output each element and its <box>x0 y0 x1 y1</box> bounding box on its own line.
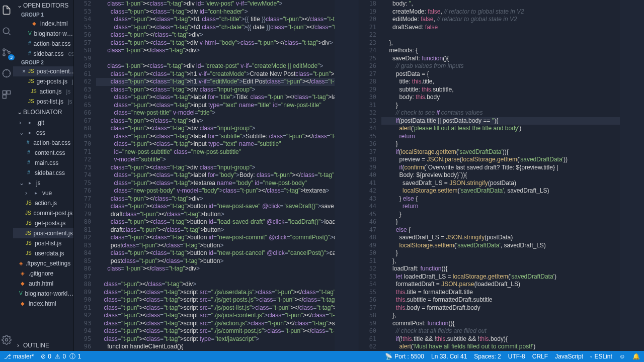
minimap[interactable] <box>620 0 644 351</box>
svg-rect-6 <box>7 91 11 95</box>
file-label: sidebar.css <box>33 49 63 58</box>
notifications-icon[interactable]: 🔔 <box>632 353 640 360</box>
tree--gitignore[interactable]: ◈.gitignore <box>13 268 73 279</box>
tree-commit-post-js[interactable]: JScommit-post.js <box>13 208 73 218</box>
css-icon: # <box>28 50 31 57</box>
close-icon[interactable]: × <box>22 67 26 76</box>
eslint[interactable]: ◦ ESLint <box>590 353 612 360</box>
js-icon: JS <box>25 220 32 227</box>
tree-content-css[interactable]: #content.css <box>13 148 73 158</box>
open-editor-get-posts-js[interactable]: ×JSget-posts.jsjs <box>13 76 73 86</box>
html-icon: ◆ <box>31 20 38 27</box>
js-icon: JS <box>28 98 34 105</box>
svg-rect-5 <box>3 91 6 95</box>
open-editor-post-list-js[interactable]: ×JSpost-list.jsjs <box>13 97 73 107</box>
file-label: post-list.js <box>37 97 63 106</box>
svg-point-1 <box>3 49 5 51</box>
css-icon: # <box>25 169 32 176</box>
open-editor-action-js[interactable]: ×JSaction.jsjs <box>13 86 73 97</box>
js-icon: JS <box>28 68 34 75</box>
file-label: bloginator-w… <box>34 29 73 38</box>
file-label: action-bar.css <box>33 39 70 48</box>
svg-point-0 <box>3 28 9 34</box>
tree-label: css <box>36 128 45 137</box>
tree-action-js[interactable]: JSaction.js <box>13 198 73 208</box>
git-icon[interactable] <box>1 46 13 58</box>
vue-icon: V <box>19 290 23 297</box>
open-editor-bloginator-w-[interactable]: ×Vbloginator-w…M <box>13 29 73 39</box>
js-icon: JS <box>25 210 31 217</box>
html-icon: ◆ <box>19 280 26 287</box>
file-label: action.js <box>39 87 61 96</box>
tree-main-css[interactable]: #main.css <box>13 158 73 168</box>
cursor-position[interactable]: Ln 33, Col 41 <box>431 353 467 360</box>
status-bar: ⎇ master* ⊘ 0 ⚠ 0 ⓘ 1 📡 Port : 5500 Ln 3… <box>0 351 644 362</box>
encoding[interactable]: UTF-8 <box>508 353 525 360</box>
open-editors-header[interactable]: ⌄OPEN EDITORS <box>13 0 73 11</box>
files-icon[interactable] <box>1 4 13 16</box>
editor-pane-right[interactable]: 18 19 20 21 22 23 24 25 26 27 28 29 30 3… <box>359 0 644 351</box>
tree-userdata-js[interactable]: JSuserdata.js <box>13 248 73 258</box>
tree-vue[interactable]: ›▸vue <box>13 188 73 198</box>
tree-label: .git <box>36 118 44 127</box>
open-editor-sidebar-css[interactable]: ×#sidebar.csscss <box>13 49 73 59</box>
tree-label: userdata.js <box>35 249 64 258</box>
folder-icon: ▸ <box>33 190 40 197</box>
group-1-label: GROUP 1 <box>13 11 73 19</box>
tree-index-html[interactable]: ◆index.html <box>13 299 73 309</box>
tree-label: post-list.js <box>35 239 61 248</box>
tree-js[interactable]: ⌄▸js <box>13 178 73 188</box>
tree-post-list-js[interactable]: JSpost-list.js <box>13 238 73 248</box>
tree-auth-html[interactable]: ◆auth.html <box>13 279 73 289</box>
js-icon: JS <box>25 250 32 257</box>
indent[interactable]: Spaces: 2 <box>474 353 501 360</box>
svg-rect-7 <box>3 95 6 99</box>
debug-icon[interactable] <box>1 67 13 79</box>
problems-indicator[interactable]: ⊘ 0 ⚠ 0 ⓘ 1 <box>41 352 81 361</box>
feedback-icon[interactable]: ☺ <box>619 353 625 360</box>
outline-header[interactable]: ›OUTLINE <box>13 340 74 351</box>
explorer-header[interactable]: ⌄BLOGINATOR <box>13 107 73 118</box>
language-mode[interactable]: JavaScript <box>555 353 583 360</box>
js-icon: JS <box>25 230 31 237</box>
search-icon[interactable] <box>1 25 13 37</box>
editor-group: 52 53 54 55 56 57 58 59 60 61 62 63 64 6… <box>74 0 644 351</box>
css-icon: # <box>28 40 31 47</box>
extensions-icon[interactable] <box>1 88 13 101</box>
branch-indicator[interactable]: ⎇ master* <box>4 353 34 360</box>
tree-bloginator-workl-[interactable]: Vbloginator-workl…M <box>13 289 73 299</box>
file-label: post-content… <box>37 67 74 76</box>
html-icon: ◆ <box>19 300 26 307</box>
tree-post-content-js[interactable]: JSpost-content.jsM <box>13 228 73 238</box>
tree-label: content.css <box>35 148 65 157</box>
svg-point-2 <box>3 54 5 56</box>
settings-icon[interactable] <box>1 334 13 346</box>
tree--git[interactable]: ›▸.git <box>13 118 73 128</box>
tree-get-posts-js[interactable]: JSget-posts.js <box>13 218 73 228</box>
tree--ftpsync_settings[interactable]: ◈.ftpsync_settings <box>13 258 73 268</box>
open-editor-index-html[interactable]: ×◆index.html <box>13 19 73 29</box>
css-icon: # <box>25 149 32 156</box>
tree-label: vue <box>42 189 52 198</box>
js-icon: JS <box>28 78 34 85</box>
tree-label: sidebar.css <box>35 168 65 177</box>
tree-css[interactable]: ⌄▸css <box>13 128 73 138</box>
minimap[interactable] <box>335 0 359 351</box>
tree-label: commit-post.js <box>34 209 72 218</box>
js-icon: JS <box>30 88 37 95</box>
editor-pane-left[interactable]: 52 53 54 55 56 57 58 59 60 61 62 63 64 6… <box>74 0 359 351</box>
tree-label: auth.html <box>29 279 53 288</box>
tree-label: action-bar.css <box>33 138 70 147</box>
group-2-label: GROUP 2 <box>13 59 73 66</box>
file-label: get-posts.js <box>37 77 67 86</box>
folder-icon: ▸ <box>27 129 34 136</box>
vue-icon: V <box>28 30 32 37</box>
live-server[interactable]: 📡 Port : 5500 <box>385 353 424 360</box>
eol[interactable]: CRLF <box>532 353 548 360</box>
open-editor-action-bar-css[interactable]: ×#action-bar.csscss <box>13 39 73 49</box>
tree-label: post-content.js <box>34 229 73 238</box>
activity-bar <box>0 0 13 351</box>
tree-sidebar-css[interactable]: #sidebar.css <box>13 168 73 178</box>
tree-action-bar-css[interactable]: #action-bar.css <box>13 138 73 148</box>
open-editor-post-content-[interactable]: ×JSpost-content…M <box>13 66 73 76</box>
